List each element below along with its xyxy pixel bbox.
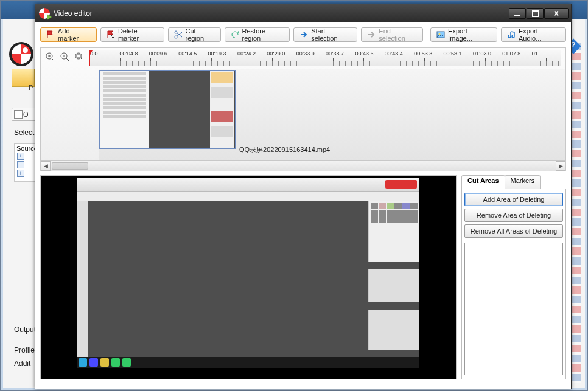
- export-audio-button[interactable]: Export Audio...: [501, 27, 566, 42]
- flag-x-icon: [107, 30, 115, 39]
- bg-profile-label: Profile:: [14, 346, 37, 355]
- bg-source-group: Source + – +: [14, 143, 36, 182]
- expand-icon[interactable]: +: [17, 153, 24, 160]
- app-icon: [39, 8, 50, 19]
- arrow-right-icon: [299, 30, 308, 39]
- ruler-labels: 0.000:04.800:09.600:14.500:19.300:24.200…: [89, 50, 561, 57]
- main-toolbar: Add marker Delete marker Cut region Rest…: [35, 22, 571, 47]
- scroll-right-icon[interactable]: ▶: [556, 161, 565, 171]
- btn-label: Cut region: [186, 27, 215, 42]
- areas-listbox[interactable]: [464, 243, 563, 375]
- collapse-icon[interactable]: –: [17, 161, 24, 168]
- ruler-tick-label: 00:58.1: [443, 50, 472, 57]
- preview-content: [77, 178, 419, 368]
- bg-preview-label: P: [29, 84, 33, 91]
- ruler-tick-label: 00:09.6: [149, 50, 178, 57]
- window-title: Video editor: [54, 9, 93, 18]
- timeline-scrollbar[interactable]: ◀ ▶: [41, 160, 565, 171]
- lower-split: Cut Areas Markers Add Area of Deleting R…: [35, 175, 571, 384]
- ruler-tick-label: 0.0: [89, 50, 119, 57]
- clip-thumbnail: [100, 71, 149, 148]
- ruler-tick-label: 01:07.8: [502, 50, 531, 57]
- ruler-tick-label: 00:29.0: [266, 50, 295, 57]
- app-badge-icon: [9, 42, 33, 66]
- btn-label: Start selection: [311, 27, 351, 42]
- undo-icon: [231, 30, 239, 39]
- start-selection-button[interactable]: Start selection: [293, 27, 357, 42]
- zoom-out-icon[interactable]: [60, 52, 70, 64]
- side-panel: Cut Areas Markers Add Area of Deleting R…: [461, 175, 566, 379]
- flag-icon: [46, 30, 55, 39]
- audio-icon: [507, 30, 516, 39]
- cut-region-button[interactable]: Cut region: [168, 27, 221, 42]
- ruler-tick-label: 00:48.4: [384, 50, 413, 57]
- image-icon: [436, 30, 445, 39]
- tab-body: Add Area of Deleting Remove Area of Dele…: [461, 189, 566, 379]
- bg-decoration: [572, 43, 581, 383]
- track-area[interactable]: QQ录屏20220915163414.mp4: [41, 69, 565, 160]
- scroll-thumb[interactable]: [52, 162, 88, 170]
- ruler-tick-label: 00:24.2: [237, 50, 266, 57]
- tab-markers[interactable]: Markers: [505, 175, 541, 189]
- ruler-tick-label: 00:53.3: [413, 50, 443, 57]
- ruler-tick-label: 00:43.6: [354, 50, 383, 57]
- minimize-button[interactable]: [509, 8, 526, 19]
- video-clip[interactable]: [99, 70, 236, 149]
- scissors-icon: [174, 30, 183, 39]
- ruler-tick-label: 01: [531, 50, 561, 57]
- remove-area-button[interactable]: Remove Area of Deleting: [464, 209, 563, 222]
- zoom-fit-icon[interactable]: [75, 52, 85, 64]
- expand-icon[interactable]: +: [17, 170, 24, 177]
- video-editor-window: Video editor X Add marker Delete marker …: [35, 4, 572, 389]
- svg-rect-7: [77, 55, 80, 57]
- time-ruler[interactable]: 0.000:04.800:09.600:14.500:19.300:24.200…: [89, 50, 561, 66]
- ruler-tick-label: 00:19.3: [208, 50, 237, 57]
- ruler-tick-label: 00:38.7: [325, 50, 354, 57]
- restore-region-button[interactable]: Restore region: [225, 27, 290, 42]
- tab-cut-areas[interactable]: Cut Areas: [461, 175, 505, 189]
- end-selection-button[interactable]: End selection: [361, 27, 423, 42]
- bg-output-label: Output: [14, 325, 36, 334]
- bg-addit-label: Addit: [14, 359, 30, 368]
- side-tabs: Cut Areas Markers: [461, 175, 566, 189]
- btn-label: Export Image...: [448, 27, 491, 42]
- arrow-right-icon: [367, 30, 376, 39]
- btn-label: Export Audio...: [519, 27, 560, 42]
- zoom-in-icon[interactable]: [46, 52, 55, 64]
- ruler-tick-label: 00:04.8: [119, 50, 148, 57]
- playhead[interactable]: [89, 50, 90, 66]
- titlebar[interactable]: Video editor X: [35, 4, 571, 22]
- btn-label: Add marker: [58, 27, 91, 42]
- clip-filename: QQ录屏20220915163414.mp4: [239, 145, 330, 154]
- btn-label: Delete marker: [118, 27, 158, 42]
- ruler-tick-label: 00:14.5: [178, 50, 207, 57]
- scroll-left-icon[interactable]: ◀: [41, 161, 51, 171]
- record-badge-icon: [385, 180, 417, 189]
- zoom-row: 0.000:04.800:09.600:14.500:19.300:24.200…: [41, 48, 565, 69]
- export-image-button[interactable]: Export Image...: [430, 27, 497, 42]
- timeline-panel: 0.000:04.800:09.600:14.500:19.300:24.200…: [40, 47, 566, 171]
- delete-marker-button[interactable]: Delete marker: [100, 27, 164, 42]
- btn-label: Restore region: [242, 27, 284, 42]
- maximize-button[interactable]: [527, 8, 544, 19]
- ruler-tick-label: 01:03.0: [472, 50, 502, 57]
- add-area-button[interactable]: Add Area of Deleting: [464, 193, 563, 206]
- add-marker-button[interactable]: Add marker: [40, 27, 97, 42]
- ruler-tick-label: 00:33.9: [296, 50, 325, 57]
- svg-rect-2: [437, 32, 444, 38]
- remove-all-areas-button[interactable]: Remove All Areas of Deleting: [464, 224, 563, 238]
- btn-label: End selection: [379, 27, 417, 42]
- close-button[interactable]: X: [544, 8, 569, 19]
- preview-pane[interactable]: [40, 175, 457, 379]
- bg-options-button[interactable]: O: [12, 108, 36, 121]
